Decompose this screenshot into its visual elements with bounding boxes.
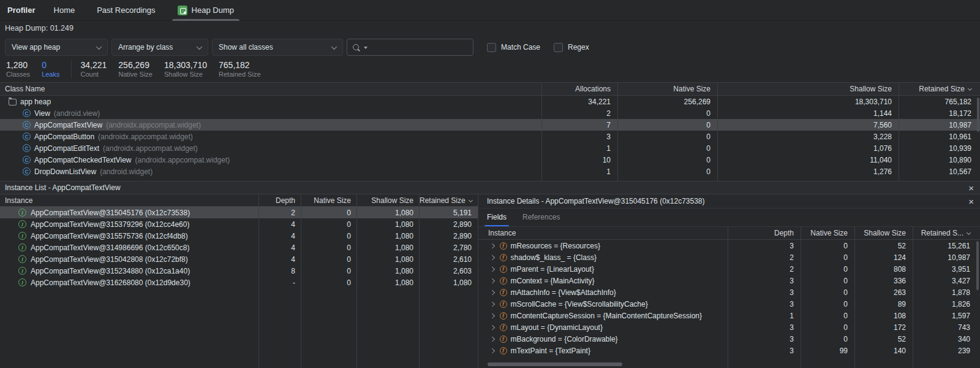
instance-row[interactable]: I AppCompatTextView@315575736 (0x12cf4db… bbox=[0, 230, 478, 242]
stat-leaks[interactable]: 0 Leaks bbox=[42, 60, 59, 79]
close-icon[interactable]: × bbox=[968, 183, 974, 193]
tab-heap-dump[interactable]: Heap Dump bbox=[178, 0, 234, 21]
field-row[interactable]: f shadow$_klass_ = {Class} 2 0 124 10,98… bbox=[478, 251, 980, 263]
sort-caret-icon bbox=[469, 197, 473, 202]
field-row[interactable]: f mParent = {LinearLayout} 2 0 808 3,951 bbox=[478, 263, 980, 275]
shallow-size-value: 336 bbox=[855, 277, 913, 285]
expand-chevron-icon[interactable] bbox=[490, 302, 495, 307]
close-icon[interactable]: × bbox=[968, 197, 974, 206]
column-header-native-size[interactable]: Native Size bbox=[801, 229, 855, 237]
allocations-value: 1 bbox=[542, 167, 618, 176]
expand-chevron-icon[interactable] bbox=[490, 290, 495, 295]
expand-chevron-icon[interactable] bbox=[490, 278, 495, 283]
retained-size-value: 5,191 bbox=[420, 209, 478, 217]
instance-list-panel: Instance Depth Native Size Shallow Size … bbox=[0, 194, 478, 368]
field-rows: f mResources = {Resources} 3 0 52 15,261… bbox=[478, 240, 980, 356]
expand-chevron-icon[interactable] bbox=[490, 348, 495, 353]
instance-row[interactable]: I AppCompatTextView@314986696 (0x12c650c… bbox=[0, 242, 478, 253]
field-row[interactable]: f mAttachInfo = {View$AttachInfo} 3 0 26… bbox=[478, 286, 980, 298]
stats-divider bbox=[71, 61, 72, 79]
class-table-row[interactable]: C DropDownListView (android.widget) 1 0 … bbox=[0, 166, 980, 177]
heap-scope-select[interactable]: View app heap bbox=[5, 39, 108, 56]
column-header-retained-size[interactable]: Retained S... bbox=[913, 229, 980, 237]
column-header-instance[interactable]: Instance bbox=[478, 229, 728, 237]
column-header-allocations[interactable]: Allocations bbox=[542, 85, 618, 93]
column-header-retained-size[interactable]: Retained Size bbox=[899, 85, 980, 93]
column-header-shallow-size[interactable]: Shallow Size bbox=[357, 196, 420, 205]
expand-chevron-icon[interactable] bbox=[490, 325, 495, 330]
column-header-retained-size[interactable]: Retained Size bbox=[420, 196, 478, 205]
class-name: AppCompatTextView bbox=[34, 121, 102, 129]
column-header-class-name[interactable]: Class Name bbox=[0, 85, 542, 93]
column-header-depth[interactable]: Depth bbox=[728, 229, 801, 237]
details-horizontal-scrollbar[interactable] bbox=[488, 362, 622, 366]
expand-chevron-icon[interactable] bbox=[490, 313, 495, 318]
retained-size-value: 1,826 bbox=[913, 300, 980, 309]
search-input[interactable] bbox=[370, 43, 468, 52]
field-row[interactable]: f mTextPaint = {TextPaint} 3 99 140 239 bbox=[478, 345, 980, 356]
column-header-shallow-size[interactable]: Shallow Size bbox=[718, 85, 899, 93]
class-name: View bbox=[34, 109, 50, 118]
retained-size-value: 1,878 bbox=[913, 288, 980, 297]
class-table-row[interactable]: C AppCompatEditText (androidx.appcompat.… bbox=[0, 142, 980, 154]
class-table-row[interactable]: C AppCompatCheckedTextView (androidx.app… bbox=[0, 154, 980, 166]
field-row[interactable]: f mLayout = {DynamicLayout} 3 0 172 743 bbox=[478, 321, 980, 333]
retained-size-value: 10,987 bbox=[913, 253, 980, 262]
field-row[interactable]: f mResources = {Resources} 3 0 52 15,261 bbox=[478, 240, 980, 251]
tab-references[interactable]: References bbox=[522, 213, 560, 226]
class-table-row[interactable]: C AppCompatTextView (androidx.appcompat.… bbox=[0, 119, 980, 131]
column-header-native-size[interactable]: Native Size bbox=[301, 196, 357, 205]
class-table-row[interactable]: C AppCompatButton (androidx.appcompat.wi… bbox=[0, 131, 980, 142]
class-table-scrollbar[interactable] bbox=[977, 98, 979, 132]
instance-name: AppCompatTextView@316268080 (0x12d9de30) bbox=[31, 278, 190, 287]
instance-row[interactable]: I AppCompatTextView@315042808 (0x12c72bf… bbox=[0, 253, 478, 265]
tab-home[interactable]: Home bbox=[54, 0, 75, 21]
shallow-size-value: 18,303,710 bbox=[718, 98, 899, 106]
retained-size-value: 2,890 bbox=[420, 220, 478, 229]
match-case-checkbox[interactable] bbox=[487, 43, 496, 52]
field-row[interactable]: f mContentCaptureSession = {MainContentC… bbox=[478, 310, 980, 321]
field-row[interactable]: f mContext = {MainActivity} 3 0 336 3,42… bbox=[478, 275, 980, 286]
tab-past-recordings[interactable]: Past Recordings bbox=[97, 0, 155, 21]
field-row[interactable]: f mBackground = {ColorDrawable} 3 0 52 3… bbox=[478, 333, 980, 345]
search-box[interactable] bbox=[347, 39, 473, 56]
expand-chevron-icon[interactable] bbox=[490, 267, 495, 272]
field-row[interactable]: f mScrollCache = {View$ScrollabilityCach… bbox=[478, 298, 980, 310]
shallow-size-value: 1,144 bbox=[718, 109, 899, 118]
chevron-down-icon bbox=[197, 44, 203, 50]
instance-row[interactable]: I AppCompatTextView@315379296 (0x12cc4e6… bbox=[0, 218, 478, 230]
native-size-value: 0 bbox=[801, 242, 855, 250]
expand-chevron-icon[interactable] bbox=[490, 337, 495, 342]
expand-chevron-icon[interactable] bbox=[490, 243, 495, 248]
regex-checkbox[interactable] bbox=[554, 43, 563, 52]
tab-fields[interactable]: Fields bbox=[487, 213, 507, 226]
class-table-row[interactable]: C View (android.view) 2 0 1,144 18,172 bbox=[0, 107, 980, 119]
instance-row[interactable]: I AppCompatTextView@316268080 (0x12d9de3… bbox=[0, 277, 478, 288]
field-icon: f bbox=[500, 347, 507, 355]
class-filter-select[interactable]: Show all classes bbox=[212, 39, 343, 56]
retained-size-value: 1,080 bbox=[420, 278, 478, 287]
stat-count-value: 34,221 bbox=[80, 60, 107, 71]
details-vertical-scrollbar[interactable] bbox=[976, 241, 979, 290]
search-options-caret-icon[interactable] bbox=[364, 47, 368, 49]
class-table-row[interactable]: C app heap 34,221 256,269 18,303,710 765… bbox=[0, 96, 980, 107]
column-header-native-size[interactable]: Native Size bbox=[618, 85, 718, 93]
native-size-value: 0 bbox=[801, 312, 855, 320]
instance-name: AppCompatTextView@314986696 (0x12c650c8) bbox=[31, 243, 189, 252]
shallow-size-value: 172 bbox=[855, 323, 913, 332]
expand-chevron-icon[interactable] bbox=[490, 255, 495, 260]
column-header-depth[interactable]: Depth bbox=[259, 196, 301, 205]
instance-row[interactable]: I AppCompatTextView@315234880 (0x12ca1a4… bbox=[0, 265, 478, 277]
depth-value: 3 bbox=[728, 242, 801, 250]
column-header-shallow-size[interactable]: Shallow Size bbox=[855, 229, 913, 237]
retained-size-value: 10,961 bbox=[899, 132, 980, 141]
stat-shallow-size-value: 18,303,710 bbox=[164, 60, 207, 71]
stat-native-size-value: 256,269 bbox=[118, 60, 153, 71]
arrangement-select[interactable]: Arrange by class bbox=[111, 39, 208, 56]
shallow-size-value: 7,560 bbox=[718, 121, 899, 129]
app-title: Profiler bbox=[7, 6, 36, 15]
instance-row[interactable]: I AppCompatTextView@315045176 (0x12c7353… bbox=[0, 207, 478, 218]
stat-count-label: Count bbox=[80, 71, 107, 79]
column-header-instance[interactable]: Instance bbox=[0, 196, 259, 205]
class-package: (androidx.appcompat.widget) bbox=[98, 132, 193, 141]
